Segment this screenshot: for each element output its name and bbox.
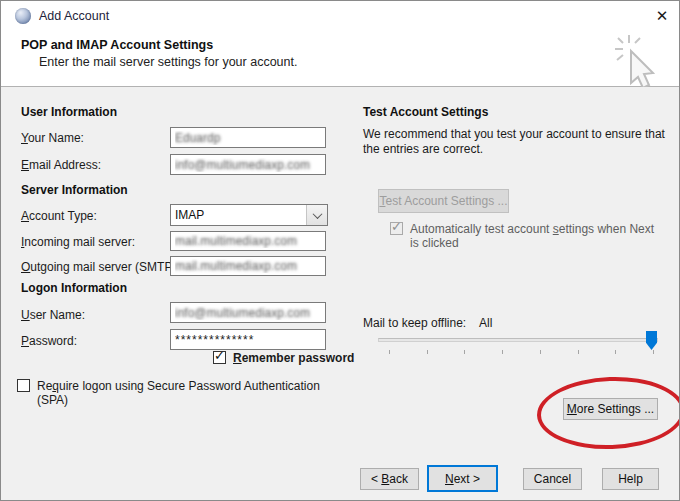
remember-password-checkbox[interactable]: ✓ xyxy=(213,351,226,364)
title-bar: Add Account ✕ xyxy=(1,1,679,31)
slider-tick xyxy=(578,350,579,354)
incoming-server-input[interactable] xyxy=(170,231,326,251)
cursor-click-icon xyxy=(609,33,673,89)
app-globe-icon xyxy=(15,8,31,24)
close-icon: ✕ xyxy=(656,7,669,25)
offline-slider-track[interactable] xyxy=(378,338,658,342)
email-address-label: Email Address: xyxy=(21,158,101,172)
help-button[interactable]: Help xyxy=(602,468,659,490)
slider-tick xyxy=(464,350,465,354)
back-button[interactable]: < Back xyxy=(360,468,419,490)
mail-offline-value: All xyxy=(479,316,492,330)
slider-tick xyxy=(427,350,428,354)
email-address-input[interactable] xyxy=(170,154,326,175)
incoming-server-label: Incoming mail server: xyxy=(21,235,135,249)
next-button[interactable]: Next > xyxy=(427,465,498,492)
test-description: We recommend that you test your account … xyxy=(363,127,665,157)
user-information-heading: User Information xyxy=(21,105,117,119)
outgoing-server-label: Outgoing mail server (SMTP): xyxy=(21,260,180,274)
remember-password-row: ✓ Remember password xyxy=(213,351,354,365)
slider-tick xyxy=(653,350,654,354)
auto-test-checkbox[interactable]: ✓ xyxy=(390,222,403,235)
slider-tick xyxy=(540,350,541,354)
outgoing-server-input[interactable] xyxy=(170,256,326,276)
account-type-select[interactable]: IMAP xyxy=(170,204,328,226)
wizard-header: POP and IMAP Account Settings Enter the … xyxy=(1,31,679,87)
server-information-heading: Server Information xyxy=(21,183,128,197)
window-title: Add Account xyxy=(39,9,109,23)
password-input[interactable] xyxy=(170,329,326,350)
logon-information-heading: Logon Information xyxy=(21,281,127,295)
user-name-input[interactable] xyxy=(170,302,326,323)
account-type-value: IMAP xyxy=(171,208,306,222)
close-button[interactable]: ✕ xyxy=(649,4,675,28)
user-name-label: User Name: xyxy=(21,308,85,322)
offline-slider-thumb[interactable] xyxy=(646,331,657,350)
slider-tick xyxy=(615,350,616,354)
cancel-button[interactable]: Cancel xyxy=(523,468,582,490)
spa-checkbox[interactable] xyxy=(17,379,30,392)
test-account-settings-button[interactable]: Test Account Settings ... xyxy=(378,189,509,213)
remember-password-label[interactable]: Remember password xyxy=(233,351,354,365)
chevron-down-icon[interactable] xyxy=(306,205,327,225)
your-name-input[interactable] xyxy=(170,127,326,148)
add-account-dialog: Add Account ✕ POP and IMAP Account Setti… xyxy=(0,0,680,501)
account-type-label: Account Type: xyxy=(21,209,97,223)
form-body: User Information Your Name: Email Addres… xyxy=(1,87,679,500)
auto-test-row: ✓ Automatically test account settings wh… xyxy=(390,222,662,250)
page-title: POP and IMAP Account Settings xyxy=(21,38,213,52)
mail-offline-label: Mail to keep offline: xyxy=(363,316,466,330)
slider-tick xyxy=(502,350,503,354)
auto-test-label: Automatically test account settings when… xyxy=(410,222,662,250)
checkmark-icon: ✓ xyxy=(391,220,402,233)
spa-row: Require logon using Secure Password Auth… xyxy=(17,379,349,407)
password-label: Password: xyxy=(21,334,77,348)
test-account-settings-heading: Test Account Settings xyxy=(363,105,488,119)
spa-label[interactable]: Require logon using Secure Password Auth… xyxy=(37,379,349,407)
slider-tick xyxy=(389,350,390,354)
your-name-label: Your Name: xyxy=(21,131,84,145)
checkmark-icon: ✓ xyxy=(214,349,225,362)
page-subtitle: Enter the mail server settings for your … xyxy=(39,55,297,69)
more-settings-button[interactable]: More Settings ... xyxy=(563,398,658,420)
